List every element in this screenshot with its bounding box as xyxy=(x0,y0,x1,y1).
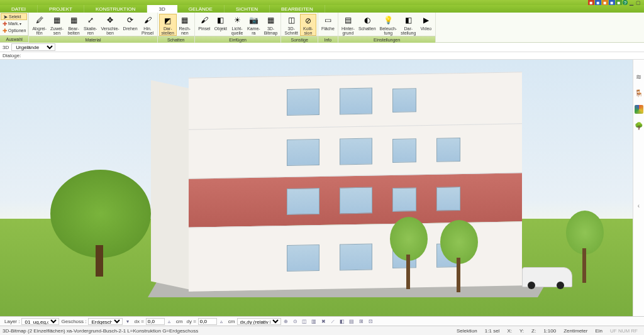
status-ratio: 1:1 sel xyxy=(485,328,500,334)
titlebar-icon-2[interactable]: ■ xyxy=(595,0,601,5)
status-bar: 3D-Bitmap (2 Einzelflächen) xa-Vordergru… xyxy=(0,326,644,335)
zuweisen-button[interactable]: ▦Zuwei- sen xyxy=(48,14,65,36)
rechnen-button[interactable]: ▦Rech- nen xyxy=(177,14,193,36)
status-unit: Zentimeter xyxy=(564,328,587,334)
tree-small xyxy=(390,217,428,261)
status-scale: 1:100 xyxy=(543,328,556,334)
chevron-left-icon[interactable]: ‹ xyxy=(638,202,640,209)
dx-input[interactable] xyxy=(146,318,165,325)
optionen-label: Optionen xyxy=(8,28,26,33)
tab-3d[interactable]: 3D xyxy=(147,5,177,13)
dy-stepper-icon[interactable]: ▵ xyxy=(218,317,226,326)
darstellen-button[interactable]: ◩Dar- stellen xyxy=(159,14,177,36)
tool-icon-6[interactable]: ⟋ xyxy=(329,317,337,326)
titlebar-icon-1[interactable]: ■ xyxy=(588,0,594,5)
bearbeiten-button[interactable]: ▦Bear- beiten xyxy=(65,14,82,36)
mode-label: 3D xyxy=(3,45,9,50)
window xyxy=(287,88,319,115)
furniture-icon[interactable]: 🪑 xyxy=(635,89,643,97)
mark-button[interactable]: ✚ Mark.▾ xyxy=(1,20,27,27)
dx-stepper-icon[interactable]: ▵ xyxy=(165,317,174,326)
tool-icon-8[interactable]: ▤ xyxy=(348,317,356,326)
tool-icon-2[interactable]: ⊙ xyxy=(291,317,299,326)
titlebar-icon-4[interactable]: ■ xyxy=(609,0,615,5)
drehen-button[interactable]: ⟳Drehen xyxy=(121,14,140,36)
tab-bearbeiten[interactable]: BEARBEITEN xyxy=(270,5,325,13)
flaeche-button[interactable]: ▭Fläche xyxy=(319,14,336,36)
materials-icon[interactable] xyxy=(635,105,643,114)
help-icon[interactable]: ? xyxy=(623,0,628,5)
window xyxy=(287,138,319,165)
tool-icon-4[interactable]: ▥ xyxy=(310,317,318,326)
layers-icon[interactable]: ≋ xyxy=(635,72,643,81)
window xyxy=(340,187,372,214)
layer-select[interactable]: 01_ug,eg,og xyxy=(21,318,59,325)
tool-icon-3[interactable]: ◫ xyxy=(301,317,309,326)
edit-icon: ▦ xyxy=(68,14,79,26)
collision-icon: ⊘ xyxy=(303,15,314,26)
calc-icon: ▦ xyxy=(179,14,191,26)
3dschnitt-button[interactable]: ◫3D- Schnitt xyxy=(282,14,299,36)
abgreifen-button[interactable]: 🖉Abgrei- fen xyxy=(30,14,48,36)
tab-gelaende[interactable]: GELÄNDE xyxy=(177,5,225,13)
relative-select[interactable]: dx,dy (relativ ka xyxy=(237,318,281,325)
floor-4 xyxy=(189,72,522,129)
tool-icon-1[interactable]: ⊕ xyxy=(282,317,290,326)
group-auswahl: Auswahl xyxy=(0,35,28,42)
plants-icon[interactable]: 🌳 xyxy=(635,121,643,130)
kollision-button[interactable]: ⊘Kolli- sion xyxy=(300,14,316,36)
stepper-down-icon[interactable]: ▾ xyxy=(123,317,131,326)
tool-icon-10[interactable]: ⊡ xyxy=(367,317,375,326)
window xyxy=(340,138,372,165)
unit-cm: cm xyxy=(176,319,183,324)
hintergrund-button[interactable]: ▤Hinter- grund xyxy=(340,14,357,36)
darstellung-button[interactable]: ◧Dar- stellung xyxy=(399,14,418,36)
selekt-label: Selekt xyxy=(9,14,21,19)
titlebar-icon-5[interactable]: ■ xyxy=(616,0,622,5)
hinpinsel-button[interactable]: 🖌Hin. Pinsel xyxy=(140,14,156,36)
tab-sichten[interactable]: SICHTEN xyxy=(225,5,270,13)
tool-icon-7[interactable]: ◧ xyxy=(338,317,347,326)
window xyxy=(436,138,460,162)
selekt-button[interactable]: ➤ Selekt xyxy=(1,13,27,20)
terrain-select[interactable]: Urgelände xyxy=(11,43,55,51)
move-icon: ✥ xyxy=(104,14,116,26)
right-tool-strip: ≋ 🪑 🌳 ‹ xyxy=(633,60,644,316)
tab-konstruktion[interactable]: KONSTRUKTION xyxy=(84,5,148,13)
optionen-button[interactable]: ✚ Optionen xyxy=(1,27,27,34)
menu-tabs: DATEI PROJEKT KONSTRUKTION 3D GELÄNDE SI… xyxy=(0,5,644,13)
3dbitmap-button[interactable]: ▦3D- Bitmap xyxy=(262,14,280,36)
tool-icon-9[interactable]: ⊞ xyxy=(357,317,365,326)
floor-2 xyxy=(189,172,522,227)
tab-datei[interactable]: DATEI xyxy=(0,5,38,13)
tab-projekt[interactable]: PROJEKT xyxy=(38,5,84,13)
tree-small xyxy=(566,211,604,255)
background-icon: ▤ xyxy=(342,14,353,26)
assign-icon: ▦ xyxy=(52,14,63,26)
titlebar-icon-3[interactable]: ■ xyxy=(602,0,608,5)
status-x: X: xyxy=(507,328,512,334)
maximize-icon[interactable]: ▢ xyxy=(635,0,641,5)
tool-icon-5[interactable]: ✖ xyxy=(319,317,328,326)
viewport-3d[interactable] xyxy=(0,60,633,316)
scale-icon: ⤢ xyxy=(85,14,96,26)
car xyxy=(522,267,572,287)
kamera-button[interactable]: 📷Kame- ra xyxy=(245,14,262,36)
video-button[interactable]: ▶Video xyxy=(418,14,434,36)
dy-input[interactable] xyxy=(198,318,217,325)
shadow-icon: ◐ xyxy=(362,14,373,26)
lichtquelle-button[interactable]: ☀Licht- quelle xyxy=(229,14,245,36)
dy-label: dy = xyxy=(187,319,196,324)
camera-icon: 📷 xyxy=(248,14,259,26)
eyedropper-icon: 🖉 xyxy=(34,14,45,26)
geschoss-select[interactable]: Erdgeschos xyxy=(88,318,123,325)
objekt-button[interactable]: ◧Objekt xyxy=(213,14,229,36)
pinsel-button[interactable]: 🖌Pinsel xyxy=(196,14,213,36)
beleuchtung-button[interactable]: 💡Beleuch- tung xyxy=(378,14,399,36)
sub-toolbar: 3D Urgelände xyxy=(0,43,644,52)
minimize-icon[interactable]: ▁ xyxy=(628,0,635,5)
schatten-button[interactable]: ◐Schatten xyxy=(357,14,378,36)
verschieben-button[interactable]: ✥Verschie- ben xyxy=(99,14,121,36)
skalieren-button[interactable]: ⤢Skalie- ren xyxy=(82,14,99,36)
dialoge-label: Dialoge: xyxy=(0,52,644,60)
